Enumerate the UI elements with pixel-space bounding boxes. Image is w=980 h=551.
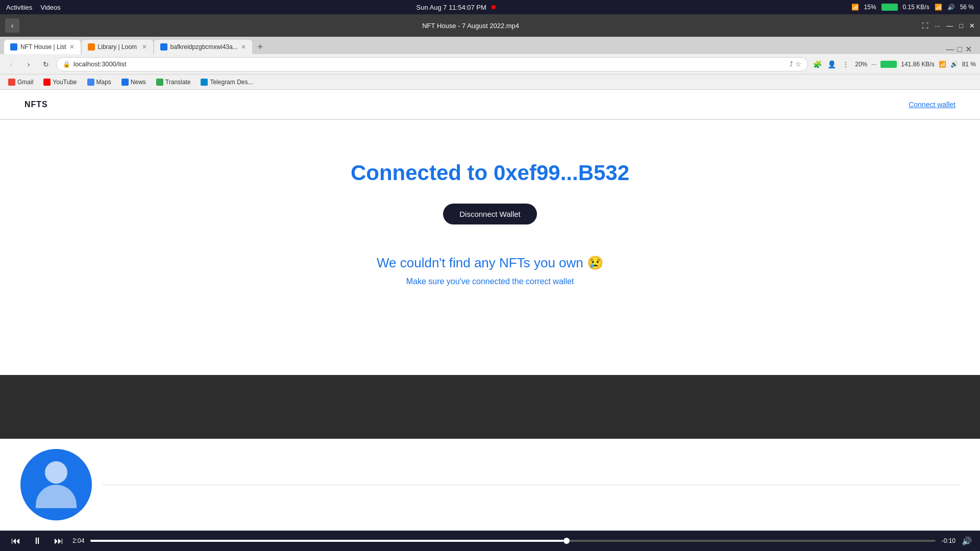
- back-nav-button[interactable]: ‹: [4, 57, 18, 71]
- bookmark-telegram-label: Telegram Des...: [210, 79, 253, 86]
- lock-icon: 🔒: [63, 61, 70, 68]
- browser-toolbar: ‹ › ↻ 🔒 localhost:3000/list ⤴ ☆ 🧩 👤 ⋮ 20…: [0, 54, 980, 74]
- tab-close-1[interactable]: ✕: [69, 43, 75, 51]
- fast-forward-button[interactable]: ⏭: [51, 533, 66, 548]
- video-title: NFT House - 7 August 2022.mp4: [422, 22, 519, 30]
- translate-favicon: [156, 79, 163, 86]
- bookmark-news[interactable]: News: [117, 77, 150, 87]
- toolbar-right: 🧩 👤 ⋮: [811, 58, 852, 70]
- share-icon[interactable]: ⤴: [790, 60, 793, 68]
- back-button[interactable]: ‹: [5, 18, 19, 33]
- disconnect-wallet-button[interactable]: Disconnect Wallet: [443, 204, 537, 224]
- volume-icon[interactable]: 🔊: [962, 536, 972, 546]
- avatar-body: [36, 461, 77, 508]
- site-header: NFTS Connect wallet: [0, 90, 980, 119]
- address-text: localhost:3000/list: [74, 60, 126, 68]
- rewind-button[interactable]: ⏮: [8, 533, 23, 548]
- maps-favicon: [87, 79, 94, 86]
- current-time: 2:04: [72, 537, 84, 544]
- tab-label-3: bafkreidpzgbcmxwi43a...: [170, 43, 238, 51]
- gmail-favicon: [8, 79, 15, 86]
- connect-wallet-link[interactable]: Connect wallet: [909, 101, 955, 109]
- browser-network-bar: [880, 61, 897, 68]
- browser-network-speed: 141.86 KB/s: [901, 61, 934, 68]
- browser-close-icon[interactable]: ✕: [965, 44, 972, 54]
- bookmark-maps[interactable]: Maps: [83, 77, 115, 87]
- os-wifi-icon: 📶: [935, 4, 942, 11]
- bookmark-youtube[interactable]: YouTube: [39, 77, 81, 87]
- recording-indicator: [492, 5, 496, 9]
- browser-battery: 81 %: [962, 61, 976, 68]
- os-datetime: Sun Aug 7 11:54:07 PM: [416, 4, 486, 11]
- address-bar[interactable]: 🔒 localhost:3000/list ⤴ ☆: [56, 57, 808, 71]
- browser-more[interactable]: ···: [871, 61, 876, 68]
- browser-chrome: NFT House | List ✕ Library | Loom ✕ bafk…: [0, 37, 980, 90]
- browser-restore-icon[interactable]: □: [957, 45, 962, 54]
- browser-minimize-icon[interactable]: —: [946, 45, 954, 54]
- browser-wifi-icon: 📶: [939, 61, 946, 68]
- tab-favicon-2: [88, 43, 95, 51]
- more-menu-icon[interactable]: ⋮: [840, 58, 852, 70]
- video-controls-bar: ⏮ ⏸ ⏭ 2:04 -0:10 🔊: [0, 531, 980, 551]
- profile-icon[interactable]: 👤: [825, 58, 838, 70]
- telegram-favicon: [201, 79, 208, 86]
- tab-close-2[interactable]: ✕: [142, 43, 147, 51]
- os-topbar: Activities Videos Sun Aug 7 11:54:07 PM …: [0, 0, 980, 14]
- os-videos-menu[interactable]: Videos: [40, 4, 61, 11]
- video-bottom: ⏮ ⏸ ⏭ 2:04 -0:10 🔊: [0, 439, 980, 551]
- os-network-bar: [881, 4, 898, 11]
- connected-address: Connected to 0xef99...B532: [351, 161, 629, 185]
- browser-tab-1[interactable]: NFT House | List ✕: [4, 40, 81, 54]
- browser-tab-2[interactable]: Library | Loom ✕: [82, 40, 153, 54]
- avatar-area: [0, 439, 980, 531]
- play-pause-button[interactable]: ⏸: [30, 533, 45, 548]
- site-main: Connected to 0xef99...B532 Disconnect Wa…: [0, 120, 980, 375]
- news-favicon: [121, 79, 129, 86]
- no-nft-message: We couldn't find any NFTs you own 😢: [377, 255, 603, 271]
- progress-bar[interactable]: [90, 540, 935, 542]
- bookmark-news-label: News: [131, 79, 146, 86]
- fullscreen-icon[interactable]: ⛶: [922, 22, 928, 30]
- os-network-percent: 15%: [864, 4, 876, 11]
- forward-nav-button[interactable]: ›: [21, 57, 36, 71]
- os-volume-icon: 🔊: [947, 4, 955, 11]
- os-battery-percent: 56 %: [960, 4, 974, 11]
- avatar-head: [45, 461, 67, 484]
- avatar: [20, 449, 92, 520]
- minimize-icon[interactable]: —: [946, 22, 953, 30]
- bookmark-gmail[interactable]: Gmail: [4, 77, 37, 87]
- progress-fill: [90, 540, 564, 542]
- add-tab-button[interactable]: +: [253, 40, 267, 54]
- bookmark-translate-label: Translate: [165, 79, 191, 86]
- no-nft-sub: Make sure you've connected the correct w…: [406, 277, 574, 286]
- tab-favicon-3: [160, 43, 167, 51]
- os-network-speed: 0.15 KB/s: [903, 4, 929, 11]
- tab-close-3[interactable]: ✕: [241, 43, 246, 51]
- content-divider: [102, 485, 960, 485]
- avatar-shoulders: [36, 485, 77, 508]
- site-logo: NFTS: [24, 100, 48, 109]
- browser-zoom: 20%: [855, 61, 867, 68]
- video-titlebar: ‹ NFT House - 7 August 2022.mp4 ⛶ ··· — …: [0, 14, 980, 37]
- more-options-icon[interactable]: ···: [935, 22, 940, 30]
- bookmark-translate[interactable]: Translate: [152, 77, 195, 87]
- extensions-icon[interactable]: 🧩: [811, 58, 823, 70]
- reload-button[interactable]: ↻: [39, 57, 53, 71]
- bookmark-telegram[interactable]: Telegram Des...: [197, 77, 257, 87]
- browser-volume-icon: 🔊: [950, 61, 958, 68]
- close-icon[interactable]: ✕: [969, 22, 975, 30]
- bookmarks-bar: Gmail YouTube Maps News Translate Telegr…: [0, 74, 980, 90]
- browser-tabbar: NFT House | List ✕ Library | Loom ✕ bafk…: [0, 37, 980, 54]
- restore-icon[interactable]: □: [959, 22, 963, 30]
- bookmark-youtube-label: YouTube: [53, 79, 77, 86]
- tab-favicon-1: [10, 43, 17, 51]
- browser-tab-3[interactable]: bafkreidpzgbcmxwi43a... ✕: [154, 40, 252, 54]
- progress-thumb: [564, 538, 570, 544]
- os-activities[interactable]: Activities: [6, 4, 32, 11]
- remaining-time: -0:10: [942, 537, 955, 544]
- bookmark-gmail-label: Gmail: [17, 79, 33, 86]
- bookmark-icon[interactable]: ☆: [795, 60, 801, 68]
- website-content: NFTS Connect wallet Connected to 0xef99.…: [0, 90, 980, 375]
- youtube-favicon: [43, 79, 51, 86]
- tab-label-1: NFT House | List: [20, 43, 66, 51]
